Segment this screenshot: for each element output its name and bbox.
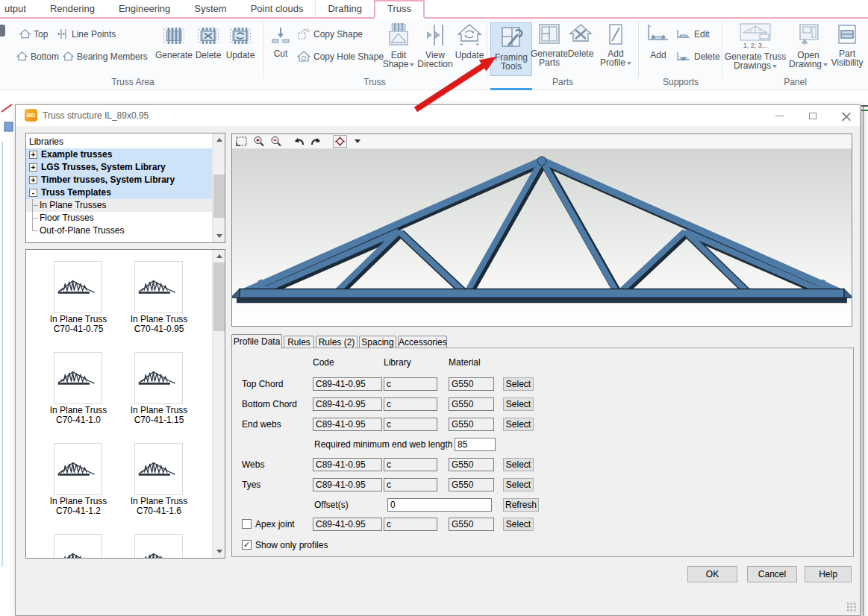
show-only-profiles-checkbox[interactable]: ✓ (242, 540, 252, 550)
truss-thumbnail[interactable] (134, 261, 183, 313)
library-field[interactable] (384, 418, 437, 431)
code-field[interactable] (313, 518, 382, 531)
scroll-up-arrow[interactable] (213, 250, 225, 263)
code-field[interactable] (313, 458, 382, 471)
expander-icon[interactable]: + (29, 176, 37, 184)
copy-hole-shape-button[interactable]: Copy Hole Shape (297, 51, 384, 63)
add-profile-button[interactable]: Add Profile (597, 23, 634, 67)
help-button[interactable]: Help (805, 566, 852, 582)
center-view-icon[interactable] (333, 135, 347, 148)
expander-icon[interactable]: - (29, 189, 37, 197)
truss-area-delete-button[interactable]: Delete (193, 25, 224, 60)
truss-area-bottom-button[interactable]: Bottom (16, 51, 59, 62)
truss-area-generate-button[interactable]: Generate (155, 25, 193, 60)
select-button[interactable]: Select (503, 397, 534, 411)
scroll-down-arrow[interactable] (213, 545, 225, 558)
min-end-web-input[interactable] (455, 438, 496, 451)
generate-truss-drawings-button[interactable]: 1, 2, 3... Generate Truss Drawings (722, 23, 788, 70)
material-field[interactable] (449, 518, 494, 531)
rotate-left-icon[interactable] (293, 136, 305, 148)
copy-shape-button[interactable]: Copy Shape (297, 28, 363, 40)
library-field[interactable] (384, 478, 437, 491)
select-button[interactable]: Select (503, 518, 534, 531)
truss-area-top-button[interactable]: Top (19, 28, 48, 40)
code-field[interactable] (313, 418, 382, 431)
thumbnail-caption[interactable]: In Plane TrussC70-41-1.6 (114, 497, 204, 516)
thumbnail-caption[interactable]: In Plane TrussC70-41-0.95 (114, 315, 204, 334)
ribbon-tab-output[interactable]: utput (0, 0, 38, 17)
thumbnail-caption[interactable]: In Plane TrussC70-41-1.15 (114, 406, 204, 425)
tree-item-in-plane-trusses[interactable]: In Plane Trusses (26, 199, 212, 212)
part-visibility-button[interactable]: Part Visibility (827, 23, 867, 67)
maximize-button[interactable] (802, 105, 824, 126)
tree-item-out-of-plane-trusses[interactable]: Out-of-Plane Trusses (26, 224, 212, 237)
line-points-button[interactable]: Line Points (57, 28, 116, 40)
expander-icon[interactable]: + (29, 163, 37, 172)
truss-thumbnail[interactable] (134, 534, 183, 559)
minimize-button[interactable] (768, 105, 790, 126)
cancel-button[interactable]: Cancel (747, 566, 797, 582)
offsets-input[interactable] (387, 498, 492, 512)
dialog-title-bar[interactable]: BD Truss structure IL_89x0.95 (16, 105, 860, 126)
zoom-out-icon[interactable] (269, 136, 282, 148)
scrollbar-thumb[interactable] (213, 175, 225, 218)
supports-edit-button[interactable]: Edit (676, 28, 710, 40)
library-field[interactable] (384, 377, 437, 391)
library-field[interactable] (384, 397, 437, 411)
truss-area-update-button[interactable]: Update (224, 25, 257, 60)
apex-joint-checkbox[interactable] (242, 519, 252, 529)
thumbnail-caption[interactable]: In Plane TrussC70-41-1.2 (34, 497, 123, 516)
tab-accessories[interactable]: Accessories (398, 336, 447, 348)
library-field[interactable] (384, 518, 437, 531)
library-field[interactable] (384, 458, 437, 471)
ribbon-tab-system[interactable]: System (182, 0, 238, 17)
truss-thumbnail[interactable] (54, 261, 102, 313)
scrollbar-thumb[interactable] (213, 263, 225, 331)
zoom-in-icon[interactable] (252, 136, 265, 148)
tree-item-lgs-trusses[interactable]: + LGS Trusses, System Library (26, 161, 212, 174)
tab-rules-2[interactable]: Rules (2) (316, 336, 357, 348)
ribbon-tab-point-clouds[interactable]: Point clouds (239, 0, 316, 17)
ok-button[interactable]: OK (687, 566, 737, 582)
thumbnail-caption[interactable]: In Plane TrussC70-41-1.0 (34, 406, 123, 425)
refresh-button[interactable]: Refresh (503, 498, 539, 512)
select-button[interactable]: Select (503, 478, 534, 491)
cut-button[interactable]: Cut (269, 26, 293, 58)
select-button[interactable]: Select (503, 458, 534, 471)
ribbon-tab-truss[interactable]: Truss (374, 0, 425, 19)
open-drawing-button[interactable]: Open Drawing (785, 23, 831, 69)
view-direction-button[interactable]: View Direction (415, 23, 455, 69)
ribbon-tab-drafting[interactable]: Drafting (315, 0, 374, 17)
material-field[interactable] (449, 478, 494, 491)
material-field[interactable] (449, 418, 494, 431)
ribbon-tab-rendering[interactable]: Rendering (38, 0, 107, 17)
tab-spacing[interactable]: Spacing (359, 336, 396, 348)
tree-item-truss-templates[interactable]: - Truss Templates (26, 186, 212, 199)
truss-update-button[interactable]: Update (452, 23, 487, 60)
material-field[interactable] (449, 397, 494, 411)
resize-grip[interactable] (847, 603, 857, 612)
select-button[interactable]: Select (503, 418, 534, 431)
truss-thumbnail[interactable] (54, 534, 102, 559)
supports-add-button[interactable]: Add (643, 23, 673, 60)
bearing-members-button[interactable]: Bearing Members (63, 51, 148, 62)
tree-item-example-trusses[interactable]: + Example trusses (26, 148, 212, 161)
material-field[interactable] (449, 458, 494, 471)
truss-thumbnail[interactable] (134, 443, 183, 495)
thumbnail-scrollbar[interactable] (212, 250, 225, 558)
ribbon-tab-engineering[interactable]: Engineering (107, 0, 182, 17)
tree-scrollbar[interactable] (212, 133, 225, 242)
scroll-down-arrow[interactable] (213, 230, 225, 242)
scroll-up-arrow[interactable] (213, 133, 225, 146)
tab-rules[interactable]: Rules (284, 336, 314, 348)
tab-profile-data[interactable]: Profile Data (231, 334, 282, 349)
view-options-dropdown-icon[interactable] (352, 136, 364, 148)
truss-thumbnail[interactable] (54, 352, 102, 404)
supports-delete-button[interactable]: Delete (676, 51, 720, 63)
rotate-right-icon[interactable] (310, 136, 322, 148)
expander-icon[interactable]: + (29, 151, 37, 159)
edit-shape-button[interactable]: Edit Shape (381, 23, 416, 69)
close-button[interactable] (835, 105, 858, 126)
thumbnail-caption[interactable]: In Plane TrussC70-41-0.75 (34, 315, 123, 334)
code-field[interactable] (313, 397, 382, 411)
